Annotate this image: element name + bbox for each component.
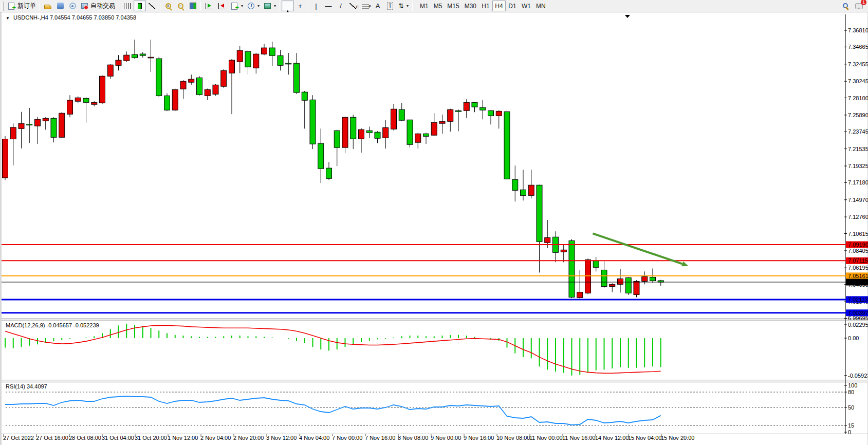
chart-shift-marker-icon[interactable] <box>625 15 630 18</box>
timeframe-button-W1[interactable]: W1 <box>519 1 533 11</box>
tile-windows-button[interactable] <box>187 1 199 11</box>
svg-text:7.36810: 7.36810 <box>848 27 868 33</box>
zoom-out-button[interactable]: − <box>174 1 187 11</box>
candle <box>100 76 105 104</box>
search-button[interactable] <box>841 2 849 10</box>
candle <box>593 257 599 271</box>
vertical-line-tool-button[interactable]: | <box>310 1 322 11</box>
notifications-button[interactable]: 1 <box>855 2 863 10</box>
separator <box>308 2 308 11</box>
timeframe-button-M15[interactable]: M15 <box>445 1 461 11</box>
candlestick-chart-icon <box>138 3 142 9</box>
deposit-button[interactable] <box>42 1 54 11</box>
timeframe-button-M1[interactable]: M1 <box>417 1 431 11</box>
macd-signal-value: -0.052239 <box>73 322 99 328</box>
candlestick-chart-button[interactable] <box>134 1 146 11</box>
svg-text:7.00397: 7.00397 <box>848 310 868 316</box>
price-line-label: 7.04358 <box>846 279 868 285</box>
chevron-down-icon: ▾ <box>407 4 409 8</box>
chevron-down-icon: ▾ <box>274 4 276 8</box>
svg-text:7.34665: 7.34665 <box>848 44 868 50</box>
price-line-label: 7.02113 <box>846 296 868 303</box>
candle <box>253 53 259 73</box>
bar-chart-button[interactable] <box>121 1 134 11</box>
candle <box>286 53 291 75</box>
new-order-button[interactable]: 新订单 <box>5 1 38 11</box>
gold-deposit-icon <box>44 5 51 9</box>
line-chart-button[interactable] <box>146 1 158 11</box>
community-button[interactable] <box>54 1 66 11</box>
timeframe-button-M5[interactable]: M5 <box>431 1 445 11</box>
svg-text:27 Oct 16:00: 27 Oct 16:00 <box>36 435 68 441</box>
candle <box>278 50 283 70</box>
chart-canvas[interactable]: 7.368107.346657.324557.302457.281007.258… <box>2 12 868 445</box>
timeframe-button-MN[interactable]: MN <box>533 1 548 11</box>
cursor-tool-button[interactable] <box>282 1 294 11</box>
candle <box>439 115 445 134</box>
candle <box>43 117 48 129</box>
candle <box>269 42 275 66</box>
signals-button[interactable] <box>66 1 79 11</box>
candle <box>537 185 542 273</box>
crosshair-icon: + <box>298 2 302 10</box>
text-tool-button[interactable]: A <box>372 1 384 11</box>
candle <box>294 53 300 94</box>
trend-arrow[interactable] <box>593 233 688 266</box>
candle <box>456 109 461 131</box>
candle <box>634 280 639 297</box>
indicators-button[interactable]: ▾ <box>228 1 245 11</box>
candle <box>132 40 138 59</box>
svg-text:7.14970: 7.14970 <box>848 197 868 203</box>
candle <box>553 231 559 262</box>
toolbar: 新订单 自动交易 + − ▾ ▾ <box>0 0 868 12</box>
rsi-line <box>5 396 661 425</box>
candle <box>642 271 648 284</box>
channel-tool-button[interactable]: E <box>347 1 359 11</box>
chart-shift-button[interactable] <box>215 1 228 11</box>
timeframe-button-D1[interactable]: D1 <box>506 1 519 11</box>
horizontal-line-tool-button[interactable]: — <box>322 1 335 11</box>
svg-text:7.23745: 7.23745 <box>848 128 868 135</box>
svg-text:3 Nov 12:00: 3 Nov 12:00 <box>266 435 297 441</box>
horizontal-lines-layer <box>2 245 846 313</box>
arrows-icon: ⇅ <box>398 2 404 10</box>
trendline-tool-button[interactable]: / <box>335 1 347 11</box>
vertical-line-icon: | <box>315 2 317 10</box>
zoom-out-icon: − <box>178 3 183 9</box>
auto-scroll-button[interactable] <box>202 1 215 11</box>
svg-text:15: 15 <box>848 422 854 429</box>
svg-text:8 Nov 08:00: 8 Nov 08:00 <box>398 435 428 441</box>
svg-text:7.02113: 7.02113 <box>848 296 868 303</box>
macd-signal-line <box>5 325 661 373</box>
timeframe-button-H1[interactable]: H1 <box>479 1 492 11</box>
rsi-label: RSI(14) 34.4097 <box>6 383 47 390</box>
candle <box>472 102 477 112</box>
auto-trading-button[interactable]: 自动交易 <box>79 1 117 11</box>
fibonacci-tool-button[interactable]: F <box>359 1 372 11</box>
crosshair-tool-button[interactable]: + <box>294 1 306 11</box>
candle <box>431 113 437 136</box>
candles-layer <box>3 40 664 299</box>
candle <box>229 59 235 114</box>
text-label-tool-button[interactable]: T <box>384 1 396 11</box>
candle <box>375 131 380 143</box>
separator <box>200 2 201 11</box>
pane-splitter[interactable] <box>2 380 868 382</box>
line-chart-icon <box>149 3 156 9</box>
periods-button[interactable]: ▾ <box>245 1 262 11</box>
arrows-tool-button[interactable]: ⇅ ▾ <box>396 1 411 11</box>
pane-splitter[interactable] <box>2 319 868 321</box>
template-icon <box>264 3 271 9</box>
svg-text:4 Nov 04:00: 4 Nov 04:00 <box>299 435 329 441</box>
templates-button[interactable]: ▾ <box>262 1 278 11</box>
candle <box>262 44 267 55</box>
timeframe-button-M30[interactable]: M30 <box>462 1 479 11</box>
candle <box>496 110 502 129</box>
svg-text:11 Nov 00:00: 11 Nov 00:00 <box>529 435 563 441</box>
candle <box>618 269 623 292</box>
candle <box>116 55 121 70</box>
zoom-in-button[interactable]: + <box>162 1 174 11</box>
candle <box>302 91 307 128</box>
timeframe-button-H4[interactable]: H4 <box>492 1 506 11</box>
candle <box>577 270 583 299</box>
